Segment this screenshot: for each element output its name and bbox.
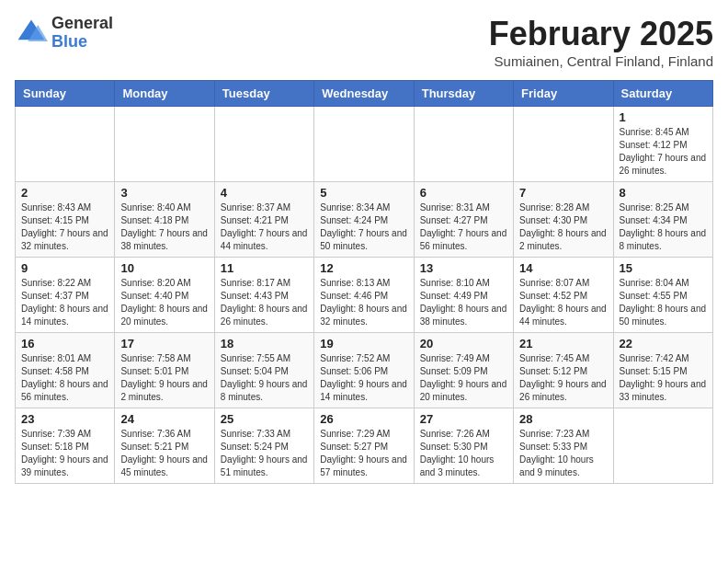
day-number: 7: [519, 186, 607, 200]
day-number: 4: [221, 186, 308, 200]
day-info: Sunrise: 7:52 AMSunset: 5:06 PMDaylight:…: [320, 352, 407, 404]
day-info: Sunrise: 8:10 AMSunset: 4:49 PMDaylight:…: [420, 277, 507, 328]
calendar-cell: 9Sunrise: 8:22 AMSunset: 4:37 PMDaylight…: [16, 258, 115, 333]
calendar-cell: 21Sunrise: 7:45 AMSunset: 5:12 PMDayligh…: [514, 333, 613, 408]
day-number: 23: [21, 412, 108, 426]
weekday-header-wednesday: Wednesday: [314, 81, 414, 107]
day-info: Sunrise: 8:34 AMSunset: 4:24 PMDaylight:…: [320, 201, 407, 253]
calendar-cell: 24Sunrise: 7:36 AMSunset: 5:21 PMDayligh…: [115, 408, 214, 484]
day-number: 26: [320, 412, 407, 426]
day-info: Sunrise: 8:20 AMSunset: 4:40 PMDaylight:…: [120, 277, 208, 328]
day-number: 19: [320, 337, 407, 350]
calendar-cell: 4Sunrise: 8:37 AMSunset: 4:21 PMDaylight…: [214, 182, 313, 258]
day-number: 20: [420, 337, 507, 350]
day-info: Sunrise: 8:17 AMSunset: 4:43 PMDaylight:…: [221, 277, 308, 328]
day-number: 8: [620, 186, 707, 200]
day-number: 5: [320, 186, 407, 200]
logo: General Blue: [15, 15, 113, 52]
day-number: 10: [120, 261, 208, 275]
day-info: Sunrise: 8:28 AMSunset: 4:30 PMDaylight:…: [519, 201, 607, 253]
calendar-cell: 8Sunrise: 8:25 AMSunset: 4:34 PMDaylight…: [613, 182, 712, 258]
day-info: Sunrise: 8:13 AMSunset: 4:46 PMDaylight:…: [320, 277, 407, 328]
calendar-cell: [613, 408, 712, 484]
day-info: Sunrise: 7:33 AMSunset: 5:24 PMDaylight:…: [221, 428, 308, 479]
weekday-header-tuesday: Tuesday: [214, 81, 313, 107]
calendar-cell: [16, 107, 115, 182]
calendar-cell: 12Sunrise: 8:13 AMSunset: 4:46 PMDayligh…: [314, 258, 414, 333]
day-number: 28: [519, 412, 607, 426]
calendar-cell: 27Sunrise: 7:26 AMSunset: 5:30 PMDayligh…: [414, 408, 513, 484]
day-number: 16: [21, 337, 108, 350]
week-row-5: 23Sunrise: 7:39 AMSunset: 5:18 PMDayligh…: [16, 408, 713, 484]
calendar-cell: 6Sunrise: 8:31 AMSunset: 4:27 PMDaylight…: [414, 182, 513, 258]
weekday-header-row: SundayMondayTuesdayWednesdayThursdayFrid…: [16, 81, 713, 107]
day-info: Sunrise: 7:26 AMSunset: 5:30 PMDaylight:…: [420, 428, 507, 479]
day-number: 14: [519, 261, 607, 275]
calendar-cell: 20Sunrise: 7:49 AMSunset: 5:09 PMDayligh…: [414, 333, 513, 408]
day-info: Sunrise: 8:45 AMSunset: 4:12 PMDaylight:…: [620, 126, 707, 178]
day-info: Sunrise: 8:40 AMSunset: 4:18 PMDaylight:…: [120, 201, 208, 253]
calendar-cell: [314, 107, 414, 182]
day-number: 6: [420, 186, 507, 200]
weekday-header-thursday: Thursday: [414, 81, 513, 107]
day-number: 12: [320, 261, 407, 275]
logo-icon: [15, 17, 48, 50]
calendar-cell: [514, 107, 613, 182]
calendar-cell: 26Sunrise: 7:29 AMSunset: 5:27 PMDayligh…: [314, 408, 414, 484]
day-info: Sunrise: 8:22 AMSunset: 4:37 PMDaylight:…: [21, 277, 108, 328]
weekday-header-monday: Monday: [115, 81, 214, 107]
calendar-table: SundayMondayTuesdayWednesdayThursdayFrid…: [15, 80, 713, 484]
title-area: February 2025 Sumiainen, Central Finland…: [489, 15, 713, 69]
calendar-cell: 25Sunrise: 7:33 AMSunset: 5:24 PMDayligh…: [214, 408, 313, 484]
day-number: 18: [221, 337, 308, 350]
calendar-cell: [214, 107, 313, 182]
week-row-1: 1Sunrise: 8:45 AMSunset: 4:12 PMDaylight…: [16, 107, 713, 182]
logo-general-text: General: [51, 15, 113, 33]
page-header: General Blue February 2025 Sumiainen, Ce…: [15, 15, 713, 69]
day-number: 1: [620, 110, 707, 124]
calendar-cell: 17Sunrise: 7:58 AMSunset: 5:01 PMDayligh…: [115, 333, 214, 408]
day-info: Sunrise: 7:45 AMSunset: 5:12 PMDaylight:…: [519, 352, 607, 404]
calendar-cell: 13Sunrise: 8:10 AMSunset: 4:49 PMDayligh…: [414, 258, 513, 333]
calendar-cell: 14Sunrise: 8:07 AMSunset: 4:52 PMDayligh…: [514, 258, 613, 333]
week-row-2: 2Sunrise: 8:43 AMSunset: 4:15 PMDaylight…: [16, 182, 713, 258]
calendar-cell: 5Sunrise: 8:34 AMSunset: 4:24 PMDaylight…: [314, 182, 414, 258]
calendar-cell: 1Sunrise: 8:45 AMSunset: 4:12 PMDaylight…: [613, 107, 712, 182]
calendar-cell: 7Sunrise: 8:28 AMSunset: 4:30 PMDaylight…: [514, 182, 613, 258]
calendar-cell: 10Sunrise: 8:20 AMSunset: 4:40 PMDayligh…: [115, 258, 214, 333]
calendar-cell: 2Sunrise: 8:43 AMSunset: 4:15 PMDaylight…: [16, 182, 115, 258]
calendar-cell: 16Sunrise: 8:01 AMSunset: 4:58 PMDayligh…: [16, 333, 115, 408]
day-info: Sunrise: 7:58 AMSunset: 5:01 PMDaylight:…: [120, 352, 208, 404]
day-info: Sunrise: 7:39 AMSunset: 5:18 PMDaylight:…: [21, 428, 108, 479]
day-number: 27: [420, 412, 507, 426]
calendar-cell: 23Sunrise: 7:39 AMSunset: 5:18 PMDayligh…: [16, 408, 115, 484]
weekday-header-friday: Friday: [514, 81, 613, 107]
day-info: Sunrise: 8:31 AMSunset: 4:27 PMDaylight:…: [420, 201, 507, 253]
calendar-cell: [115, 107, 214, 182]
weekday-header-sunday: Sunday: [16, 81, 115, 107]
day-number: 24: [120, 412, 208, 426]
calendar-cell: 15Sunrise: 8:04 AMSunset: 4:55 PMDayligh…: [613, 258, 712, 333]
day-number: 9: [21, 261, 108, 275]
day-info: Sunrise: 8:04 AMSunset: 4:55 PMDaylight:…: [620, 277, 707, 328]
calendar-cell: [414, 107, 513, 182]
day-info: Sunrise: 7:42 AMSunset: 5:15 PMDaylight:…: [620, 352, 707, 404]
logo-text: General Blue: [51, 15, 113, 52]
calendar-cell: 11Sunrise: 8:17 AMSunset: 4:43 PMDayligh…: [214, 258, 313, 333]
calendar-cell: 3Sunrise: 8:40 AMSunset: 4:18 PMDaylight…: [115, 182, 214, 258]
day-info: Sunrise: 7:36 AMSunset: 5:21 PMDaylight:…: [120, 428, 208, 479]
location-title: Sumiainen, Central Finland, Finland: [489, 53, 713, 69]
logo-blue-text: Blue: [51, 33, 113, 52]
day-number: 3: [120, 186, 208, 200]
week-row-3: 9Sunrise: 8:22 AMSunset: 4:37 PMDaylight…: [16, 258, 713, 333]
day-number: 25: [221, 412, 308, 426]
day-info: Sunrise: 8:01 AMSunset: 4:58 PMDaylight:…: [21, 352, 108, 404]
day-number: 21: [519, 337, 607, 350]
weekday-header-saturday: Saturday: [613, 81, 712, 107]
month-title: February 2025: [489, 15, 713, 53]
day-info: Sunrise: 7:49 AMSunset: 5:09 PMDaylight:…: [420, 352, 507, 404]
day-number: 22: [620, 337, 707, 350]
day-number: 11: [221, 261, 308, 275]
day-number: 15: [620, 261, 707, 275]
day-info: Sunrise: 7:55 AMSunset: 5:04 PMDaylight:…: [221, 352, 308, 404]
